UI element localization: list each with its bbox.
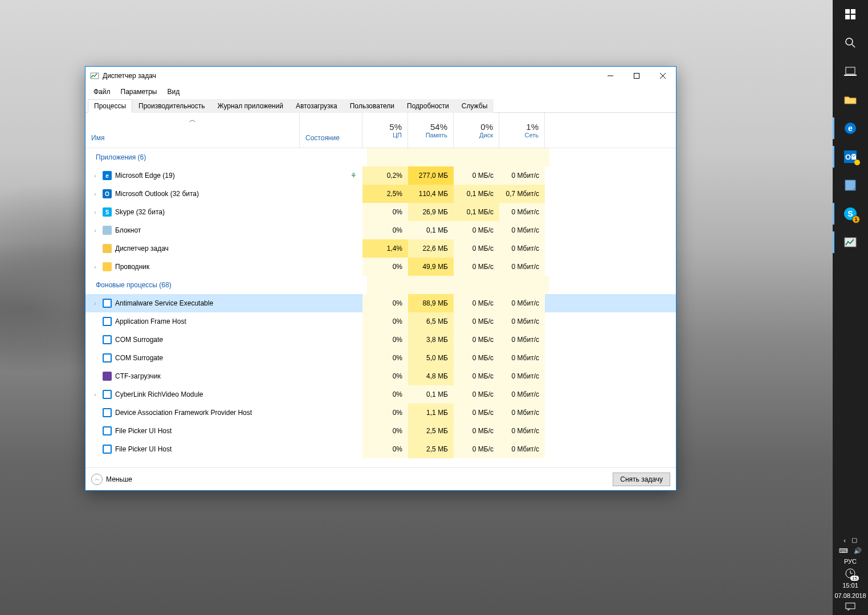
maximize-button[interactable] (624, 67, 650, 85)
memory-value: 0,1 МБ (408, 221, 454, 239)
expand-icon[interactable]: › (91, 173, 99, 179)
network-value: 0 Мбит/с (499, 331, 545, 349)
column-state[interactable]: Состояние (300, 113, 362, 148)
process-row[interactable]: › S Skype (32 бита) 0% 26,9 МБ 0,1 МБ/с … (85, 203, 676, 221)
disk-value: 0 МБ/с (454, 312, 499, 331)
task-manager-window: Диспетчер задач Файл Параметры Вид Проце… (85, 66, 677, 491)
process-name: COM Surrogate (115, 354, 163, 362)
tab-startup[interactable]: Автозагрузка (290, 99, 344, 113)
cpu-value: 0% (362, 331, 408, 349)
edge-icon: e (844, 122, 857, 135)
cpu-value: 0% (362, 312, 408, 331)
tray-keyboard-icon[interactable]: ⌨ (839, 547, 848, 555)
svg-line-10 (852, 44, 855, 47)
process-row[interactable]: › CyberLink RichVideo Module 0% 0,1 МБ 0… (85, 385, 676, 404)
process-name: Microsoft Outlook (32 бита) (115, 190, 199, 198)
memory-value: 88,9 МБ (408, 294, 454, 312)
process-row[interactable]: Диспетчер задач 1,4% 22,6 МБ 0 МБ/с 0 Мб… (85, 239, 676, 258)
tab-users[interactable]: Пользователи (344, 99, 401, 113)
titlebar[interactable]: Диспетчер задач (85, 67, 676, 85)
column-cpu[interactable]: 5% ЦП (362, 113, 408, 148)
cpu-value: 0,2% (362, 166, 408, 185)
cpu-value: 0% (362, 349, 408, 367)
tab-details[interactable]: Подробности (401, 99, 455, 113)
process-row[interactable]: › Блокнот 0% 0,1 МБ 0 МБ/с 0 Мбит/с (85, 221, 676, 239)
process-row[interactable]: › Antimalware Service Executable 0% 88,9… (85, 294, 676, 312)
process-row[interactable]: File Picker UI Host 0% 2,5 МБ 0 МБ/с 0 М… (85, 440, 676, 458)
process-icon: S (103, 207, 112, 217)
network-value: 0 Мбит/с (499, 385, 545, 404)
network-value: 0 Мбит/с (499, 312, 545, 331)
column-disk[interactable]: 0% Диск (454, 113, 499, 148)
cpu-value: 1,4% (362, 239, 408, 258)
process-icon (103, 299, 112, 308)
search-button[interactable] (833, 28, 868, 57)
process-name: Antimalware Service Executable (115, 299, 213, 307)
expand-icon[interactable]: › (91, 209, 99, 215)
notification-badge: 15 (850, 576, 859, 581)
process-icon (103, 372, 112, 381)
expand-icon[interactable]: › (91, 191, 99, 197)
tab-performance[interactable]: Производительность (132, 99, 211, 113)
taskbar-file-explorer[interactable] (833, 85, 868, 114)
disk-value: 0 МБ/с (454, 422, 499, 440)
expand-icon[interactable]: › (91, 392, 99, 398)
cpu-value: 0% (362, 404, 408, 422)
process-row[interactable]: Application Frame Host 0% 6,5 МБ 0 МБ/с … (85, 312, 676, 331)
column-network[interactable]: 1% Сеть (499, 113, 545, 148)
tray-volume-icon[interactable]: 🔊 (854, 547, 862, 555)
disk-value: 0,1 МБ/с (454, 185, 499, 203)
minimize-button[interactable] (597, 67, 624, 85)
end-task-button[interactable]: Снять задачу (613, 473, 670, 486)
process-row[interactable]: COM Surrogate 0% 5,0 МБ 0 МБ/с 0 Мбит/с (85, 349, 676, 367)
tab-services[interactable]: Службы (455, 99, 494, 113)
taskbar-sticky-notes[interactable] (833, 171, 868, 199)
cpu-value: 0% (362, 422, 408, 440)
memory-value: 110,4 МБ (408, 185, 454, 203)
menu-options[interactable]: Параметры (116, 87, 162, 97)
svg-rect-11 (846, 67, 855, 74)
svg-text:O: O (845, 153, 851, 161)
fewer-details-toggle[interactable]: ︿ Меньше (91, 474, 132, 485)
expand-icon[interactable]: › (91, 227, 99, 234)
tab-app-history[interactable]: Журнал приложений (211, 99, 290, 113)
tray-people-icon[interactable]: ▢ (851, 536, 857, 544)
windows-icon (845, 9, 855, 19)
tray-language[interactable]: РУС (844, 558, 857, 565)
close-button[interactable] (650, 67, 676, 85)
menu-file[interactable]: Файл (89, 87, 115, 97)
process-icon (103, 317, 112, 326)
taskbar-skype[interactable]: S 1 (833, 199, 868, 228)
process-row[interactable]: › Проводник 0% 49,9 МБ 0 МБ/с 0 Мбит/с (85, 258, 676, 276)
disk-value: 0 МБ/с (454, 349, 499, 367)
expand-icon[interactable]: › (91, 264, 99, 270)
column-name[interactable]: ︿ Имя (85, 113, 300, 148)
tray-time[interactable]: 15:01 (842, 582, 858, 589)
network-value: 0 Мбит/с (499, 166, 545, 185)
tray-overflow-icon[interactable]: ‹ (843, 537, 846, 544)
process-row[interactable]: Device Association Framework Provider Ho… (85, 404, 676, 422)
start-button[interactable] (833, 0, 868, 28)
process-row[interactable]: File Picker UI Host 0% 2,5 МБ 0 МБ/с 0 М… (85, 422, 676, 440)
tab-processes[interactable]: Процессы (88, 99, 132, 113)
network-value: 0 Мбит/с (499, 404, 545, 422)
taskbar-task-manager[interactable] (833, 228, 868, 256)
taskbar-edge[interactable]: e (833, 114, 868, 142)
column-memory[interactable]: 54% Память (408, 113, 454, 148)
network-value: 0 Мбит/с (499, 367, 545, 385)
leaf-icon: ⚘ (351, 172, 357, 180)
memory-value: 2,5 МБ (408, 422, 454, 440)
taskbar-outlook[interactable]: O (833, 142, 868, 171)
expand-icon[interactable]: › (91, 300, 99, 307)
process-row[interactable]: › e Microsoft Edge (19) ⚘ 0,2% 277,0 МБ … (85, 166, 676, 185)
process-icon (103, 445, 112, 454)
process-row[interactable]: › O Microsoft Outlook (32 бита) 2,5% 110… (85, 185, 676, 203)
tray-date[interactable]: 07.08.2018 (834, 592, 866, 599)
action-center-icon[interactable] (845, 602, 855, 610)
process-row[interactable]: COM Surrogate 0% 3,8 МБ 0 МБ/с 0 Мбит/с (85, 331, 676, 349)
task-view-button[interactable] (833, 57, 868, 85)
process-name: File Picker UI Host (115, 445, 172, 453)
process-row[interactable]: CTF-загрузчик 0% 4,8 МБ 0 МБ/с 0 Мбит/с (85, 367, 676, 385)
process-list[interactable]: Приложения (6) › e Microsoft Edge (19) ⚘… (85, 148, 676, 467)
menu-view[interactable]: Вид (162, 87, 184, 97)
